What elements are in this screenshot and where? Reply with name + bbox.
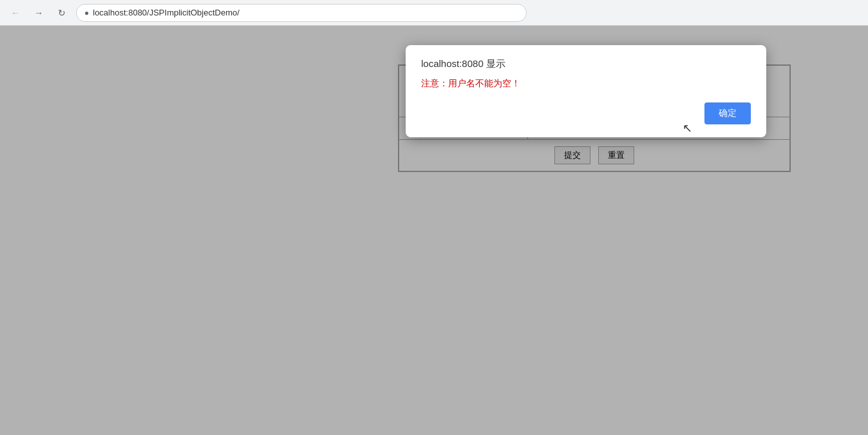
reload-button[interactable]: ↻: [53, 4, 71, 22]
lock-icon: ●: [84, 8, 89, 17]
dialog-message: 注意：用户名不能为空！: [421, 78, 751, 90]
back-button[interactable]: ←: [6, 4, 24, 22]
dialog-footer: 确定: [421, 102, 751, 124]
dialog-title: localhost:8080 显示: [421, 58, 751, 70]
address-bar[interactable]: ● localhost:8080/JSPImplicitObjectDemo/: [76, 4, 527, 22]
page-content: 二 你从哪里知道本网站 报刊 网络: [0, 26, 868, 435]
forward-button[interactable]: →: [30, 4, 48, 22]
dialog-box: localhost:8080 显示 注意：用户名不能为空！ 确定: [406, 45, 766, 137]
url-text: localhost:8080/JSPImplicitObjectDemo/: [93, 8, 240, 17]
browser-chrome: ← → ↻ ● localhost:8080/JSPImplicitObject…: [0, 0, 868, 26]
dialog-ok-button[interactable]: 确定: [704, 102, 751, 124]
